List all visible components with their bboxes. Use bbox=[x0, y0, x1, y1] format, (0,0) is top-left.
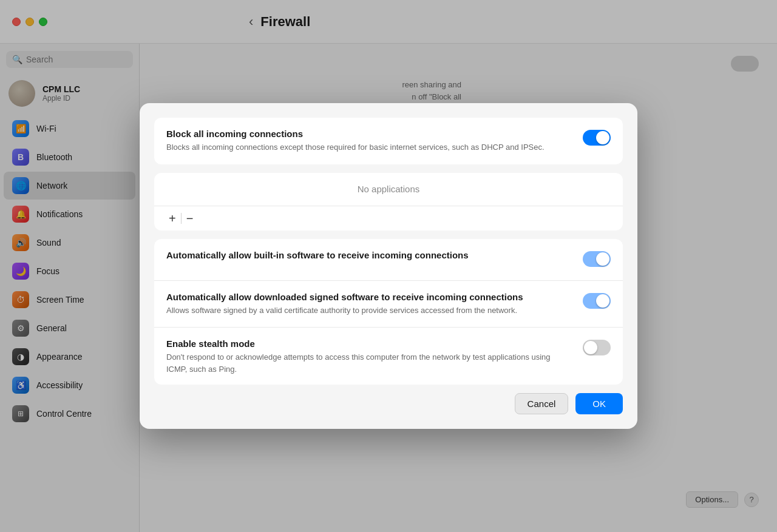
no-apps-controls: + − bbox=[154, 206, 623, 231]
auto-signed-text: Automatically allow downloaded signed so… bbox=[166, 292, 573, 317]
no-apps-text: No applications bbox=[358, 184, 420, 194]
auto-builtin-title: Automatically allow built-in software to… bbox=[166, 250, 573, 260]
block-all-description: Blocks all incoming connections except t… bbox=[166, 141, 573, 153]
block-all-row: Block all incoming connections Blocks al… bbox=[154, 118, 623, 164]
block-all-title: Block all incoming connections bbox=[166, 129, 573, 139]
auto-signed-toggle[interactable] bbox=[583, 293, 611, 309]
remove-application-button[interactable]: − bbox=[182, 211, 198, 226]
block-all-toggle[interactable] bbox=[583, 130, 611, 146]
modal-overlay: Block all incoming connections Blocks al… bbox=[0, 0, 777, 532]
stealth-mode-toggle[interactable] bbox=[583, 340, 611, 355]
no-apps-display: No applications bbox=[154, 173, 623, 206]
auto-settings-section: Automatically allow built-in software to… bbox=[154, 239, 623, 385]
auto-signed-title: Automatically allow downloaded signed so… bbox=[166, 292, 573, 302]
firewall-modal: Block all incoming connections Blocks al… bbox=[140, 103, 637, 428]
cancel-button[interactable]: Cancel bbox=[515, 393, 569, 414]
auto-signed-description: Allows software signed by a valid certif… bbox=[166, 305, 573, 317]
block-all-control bbox=[583, 130, 611, 148]
no-apps-section: No applications + − bbox=[154, 173, 623, 231]
ok-button[interactable]: OK bbox=[575, 393, 623, 414]
auto-builtin-text: Automatically allow built-in software to… bbox=[166, 250, 573, 263]
stealth-mode-description: Don't respond to or acknowledge attempts… bbox=[166, 351, 573, 373]
auto-builtin-toggle[interactable] bbox=[583, 251, 611, 267]
stealth-mode-text: Enable stealth mode Don't respond to or … bbox=[166, 338, 573, 373]
auto-builtin-row: Automatically allow built-in software to… bbox=[154, 239, 623, 281]
stealth-mode-title: Enable stealth mode bbox=[166, 338, 573, 349]
block-all-section: Block all incoming connections Blocks al… bbox=[154, 118, 623, 164]
auto-signed-row: Automatically allow downloaded signed so… bbox=[154, 281, 623, 328]
stealth-mode-row: Enable stealth mode Don't respond to or … bbox=[154, 328, 623, 384]
stealth-mode-control bbox=[583, 340, 611, 358]
block-all-text: Block all incoming connections Blocks al… bbox=[166, 129, 573, 153]
auto-signed-control bbox=[583, 293, 611, 311]
auto-builtin-control bbox=[583, 251, 611, 269]
modal-footer: Cancel OK bbox=[154, 393, 623, 414]
main-window: ‹ Firewall 🔍 CPM LLC Apple ID 📶 Wi-Fi bbox=[0, 0, 777, 532]
add-application-button[interactable]: + bbox=[164, 211, 181, 226]
